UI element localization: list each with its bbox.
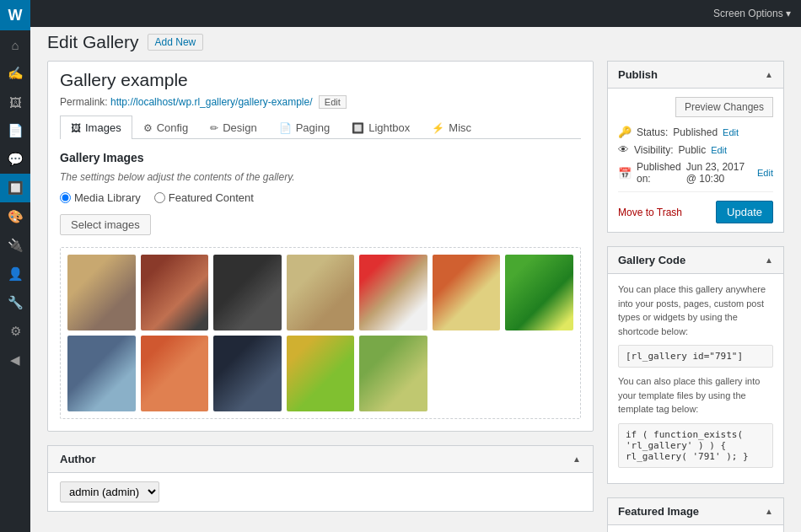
sidebar: W ⌂ ✍ 🖼 📄 💬 🔲 🎨 🔌 👤 🔧 ⚙ ◀: [0, 0, 30, 532]
update-button[interactable]: Update: [716, 201, 773, 223]
tab-lightbox-label: Lightbox: [368, 121, 410, 134]
gallery-thumb-empty-1: [433, 336, 501, 411]
topbar: Screen Options ▾: [30, 0, 801, 27]
published-edit-link[interactable]: Edit: [757, 168, 773, 178]
wp-logo[interactable]: W: [0, 0, 30, 30]
sidebar-icon-collapse[interactable]: ◀: [0, 346, 30, 374]
gallery-thumb-11[interactable]: [287, 336, 355, 411]
gallery-thumb-3[interactable]: [213, 255, 282, 330]
sidebar-icon-users[interactable]: 👤: [0, 260, 30, 288]
status-row: 🔑 Status: Published Edit: [618, 126, 773, 138]
featured-content-radio[interactable]: Featured Content: [154, 191, 254, 204]
published-value: Jun 23, 2017 @ 10:30: [686, 161, 752, 185]
shortcode-block[interactable]: [rl_gallery id="791"]: [618, 345, 773, 368]
screen-options-button[interactable]: Screen Options ▾: [713, 8, 791, 19]
publish-box-header[interactable]: Publish ▲: [608, 62, 783, 89]
tab-content: Gallery Images The settings below adjust…: [48, 139, 593, 431]
sidebar-icon-comments[interactable]: 💬: [0, 145, 30, 174]
author-box-title: Author: [60, 453, 96, 465]
gallery-card: Gallery example Permalink: http://localh…: [47, 61, 594, 432]
tab-images[interactable]: 🖼 Images: [60, 116, 132, 139]
tab-lightbox[interactable]: 🔲 Lightbox: [341, 116, 421, 139]
tab-misc-label: Misc: [449, 121, 471, 134]
gallery-code-desc1: You can place this gallery anywhere into…: [618, 282, 773, 338]
publish-box-title: Publish: [618, 68, 658, 81]
gallery-thumb-1[interactable]: [67, 255, 136, 330]
featured-content-radio-input[interactable]: [154, 192, 165, 203]
gallery-title: Gallery example: [60, 70, 581, 90]
gallery-code-box-header[interactable]: Gallery Code ▲: [608, 247, 783, 274]
images-tab-icon: 🖼: [71, 122, 81, 134]
sidebar-icon-media[interactable]: 🖼: [0, 88, 30, 116]
gallery-row-2: [67, 336, 573, 411]
tab-paging-label: Paging: [296, 121, 330, 134]
template-code-block[interactable]: if ( function_exists( 'rl_gallery' ) ) {…: [618, 423, 773, 468]
gallery-thumb-10[interactable]: [213, 336, 282, 411]
permalink-edit-button[interactable]: Edit: [319, 95, 347, 109]
gallery-thumb-5[interactable]: [359, 255, 427, 330]
gallery-grid: [60, 247, 581, 419]
tab-config[interactable]: ⚙ Config: [132, 116, 200, 139]
tabs-nav: 🖼 Images ⚙ Config ✏ Design 📄 Paging: [60, 116, 581, 139]
featured-image-collapse-icon: ▲: [765, 507, 773, 516]
permalink-link[interactable]: http://localhost/wp.rl_gallery/gallery-e…: [110, 96, 312, 108]
visibility-label: Visibility:: [634, 144, 673, 156]
tab-misc[interactable]: ⚡ Misc: [421, 116, 482, 139]
gallery-thumb-12[interactable]: [359, 336, 427, 411]
gallery-thumb-8[interactable]: [67, 336, 136, 411]
tab-design[interactable]: ✏ Design: [199, 116, 267, 139]
author-select[interactable]: admin (admin): [60, 481, 159, 502]
paging-tab-icon: 📄: [279, 122, 292, 134]
tab-config-label: Config: [157, 121, 189, 134]
status-value: Published: [673, 126, 718, 138]
gallery-thumb-9[interactable]: [141, 336, 209, 411]
content-area: Gallery example Permalink: http://localh…: [30, 52, 801, 532]
featured-image-body: Select gallery featured image source: Fi…: [608, 525, 783, 533]
page-title: Edit Gallery: [47, 32, 139, 52]
sidebar-icon-plugins[interactable]: 🔌: [0, 231, 30, 260]
status-icon: 🔑: [618, 126, 632, 138]
gallery-thumb-2[interactable]: [141, 255, 209, 330]
section-title: Gallery Images: [60, 151, 581, 164]
tab-paging[interactable]: 📄 Paging: [268, 116, 341, 139]
misc-tab-icon: ⚡: [432, 122, 444, 134]
sidebar-icon-pages[interactable]: 📄: [0, 116, 30, 145]
sidebar-icon-home[interactable]: ⌂: [0, 30, 30, 59]
published-row: 📅 Published on: Jun 23, 2017 @ 10:30 Edi…: [618, 161, 773, 185]
sidebar-icon-gallery[interactable]: 🔲: [0, 174, 30, 202]
lightbox-tab-icon: 🔲: [352, 122, 364, 134]
publish-footer: Move to Trash Update: [618, 191, 773, 223]
featured-content-label: Featured Content: [169, 191, 254, 204]
status-edit-link[interactable]: Edit: [723, 127, 739, 137]
sidebar-icon-appearance[interactable]: 🎨: [0, 202, 30, 231]
media-library-radio[interactable]: Media Library: [60, 191, 141, 204]
select-images-button[interactable]: Select images: [60, 214, 151, 235]
source-radio-group: Media Library Featured Content: [60, 191, 581, 204]
gallery-row-1: [67, 255, 573, 330]
featured-image-header[interactable]: Featured Image ▲: [608, 498, 783, 525]
gallery-thumb-4[interactable]: [287, 255, 355, 330]
tab-images-label: Images: [85, 121, 121, 134]
media-library-radio-input[interactable]: [60, 192, 71, 203]
gallery-code-title: Gallery Code: [618, 254, 685, 266]
design-tab-icon: ✏: [210, 122, 218, 134]
move-to-trash-link[interactable]: Move to Trash: [618, 207, 682, 218]
featured-image-title: Featured Image: [618, 505, 699, 518]
add-new-button[interactable]: Add New: [148, 34, 204, 51]
gallery-thumb-7[interactable]: [505, 255, 573, 330]
preview-changes-button[interactable]: Preview Changes: [675, 97, 773, 117]
sidebar-icon-tools[interactable]: 🔧: [0, 288, 30, 317]
visibility-edit-link[interactable]: Edit: [711, 145, 727, 155]
author-box-header[interactable]: Author ▲: [48, 446, 593, 473]
publish-box: Publish ▲ Preview Changes 🔑 Status: Publ…: [607, 61, 784, 233]
section-desc: The settings below adjust the contents o…: [60, 171, 581, 183]
gallery-code-collapse-icon: ▲: [765, 255, 773, 265]
visibility-icon: 👁: [618, 143, 629, 156]
config-tab-icon: ⚙: [143, 122, 153, 134]
sidebar-icon-posts[interactable]: ✍: [0, 59, 30, 88]
calendar-icon: 📅: [618, 167, 632, 180]
right-column: Publish ▲ Preview Changes 🔑 Status: Publ…: [607, 61, 784, 532]
gallery-thumb-6[interactable]: [433, 255, 501, 330]
media-library-label: Media Library: [74, 191, 141, 204]
sidebar-icon-settings[interactable]: ⚙: [0, 317, 30, 346]
